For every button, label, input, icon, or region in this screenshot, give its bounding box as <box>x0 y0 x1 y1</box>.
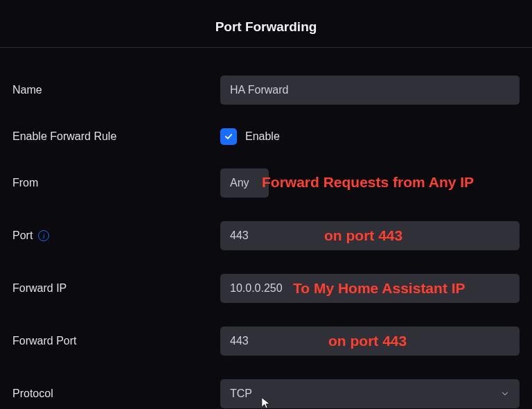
name-input[interactable] <box>220 76 520 105</box>
forward-port-label: Forward Port <box>12 335 220 347</box>
enable-rule-label: Enable Forward Rule <box>12 130 220 143</box>
chevron-down-icon <box>500 389 510 399</box>
protocol-label: Protocol <box>12 388 220 400</box>
port-label: Port <box>12 229 33 242</box>
from-value: Any <box>230 177 249 189</box>
from-select[interactable]: Any <box>220 168 269 198</box>
name-label: Name <box>12 84 220 96</box>
info-icon[interactable]: i <box>38 230 49 241</box>
forward-ip-input[interactable] <box>220 274 520 303</box>
enable-rule-checkbox[interactable] <box>220 128 237 145</box>
protocol-value: TCP <box>230 388 252 400</box>
port-input[interactable] <box>220 221 520 250</box>
enable-rule-checkbox-label: Enable <box>245 130 280 143</box>
page-title: Port Forwarding <box>0 19 532 35</box>
protocol-select[interactable]: TCP <box>220 379 520 408</box>
forward-ip-label: Forward IP <box>12 282 220 295</box>
from-label: From <box>12 177 220 189</box>
check-icon <box>224 132 233 141</box>
annotation-from: Forward Requests from Any IP <box>262 174 474 191</box>
forward-port-input[interactable] <box>220 327 520 356</box>
